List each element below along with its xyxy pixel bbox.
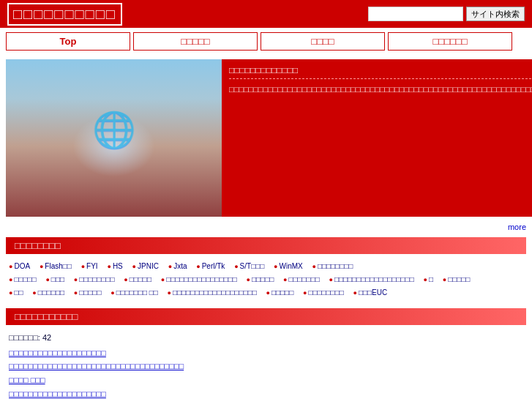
list-item: ●□□□□□□□□□□□□□□□□	[161, 275, 237, 283]
bullet-icon: ●	[132, 263, 136, 270]
link-jpnic[interactable]: JPNIC	[138, 262, 159, 270]
link-21[interactable]: □□□□□□	[38, 288, 64, 297]
link-25[interactable]: □□□□□	[271, 288, 293, 297]
count-value: 42	[42, 333, 51, 342]
bullet-icon: ●	[45, 276, 49, 283]
search-input[interactable]	[368, 7, 463, 21]
bullet-icon: ●	[312, 263, 316, 270]
hero-body: □□□□□□□□□□□□□□□□□□□□□□□□□□□□□□□□□□□□□□□□…	[229, 83, 532, 96]
list-item: ●Flash□□	[40, 262, 72, 270]
link-15[interactable]: □□□□□	[252, 275, 274, 283]
bullet-icon: ●	[353, 289, 357, 297]
recent-content: □□□□□□: 42 □□□□□□□□□□□□□□□□□□□□ □□□□□□□□…	[6, 328, 526, 399]
recent-section: □□□□□□□□□□□ □□□□□□: 42 □□□□□□□□□□□□□□□□□…	[6, 308, 526, 399]
recent-item-2[interactable]: □□□□ □□□	[9, 373, 523, 387]
link-hs[interactable]: HS	[113, 262, 123, 270]
bullet-icon: ●	[234, 263, 238, 270]
link-19[interactable]: □□□□□	[448, 275, 470, 283]
list-item: ●□□□□□□□ □□	[110, 288, 158, 297]
nav-item-top[interactable]: Top	[6, 32, 130, 51]
list-item: ●□□□□□	[9, 275, 37, 283]
link-23[interactable]: □□□□□□□ □□	[116, 288, 158, 297]
link-10[interactable]: □□□□□	[14, 275, 36, 283]
list-item: ●WinMX	[274, 262, 303, 270]
link-27[interactable]: □□□EUC	[359, 288, 387, 297]
list-item: ●□□	[9, 288, 23, 297]
bullet-icon: ●	[247, 276, 250, 283]
nav-item-3[interactable]: □□□□□□	[388, 32, 512, 51]
list-item: ●□□□□□□□	[283, 275, 320, 283]
bullet-icon: ●	[423, 276, 427, 283]
links-section: □□□□□□□□ ●DOA ●Flash□□ ●FYI ●HS ●JPNIC ●…	[6, 237, 526, 302]
link-perltk[interactable]: Perl/Tk	[202, 262, 225, 270]
bullet-icon: ●	[274, 263, 277, 270]
recent-item-1[interactable]: □□□□□□□□□□□□□□□□□□□□□□□□□□□□□□□□□□□□	[9, 359, 523, 373]
bullet-icon: ●	[266, 289, 270, 297]
list-item: ●DOA	[9, 262, 30, 270]
link-winmx[interactable]: WinMX	[279, 262, 302, 270]
bullet-icon: ●	[74, 276, 78, 283]
list-item: ●□	[423, 275, 432, 283]
link-14[interactable]: □□□□□□□□□□□□□□□□	[166, 275, 237, 283]
link-st[interactable]: S/T□□□	[240, 262, 265, 270]
search-button[interactable]: サイト内検索	[466, 7, 525, 21]
site-title: □□□□□□□□□□	[7, 3, 122, 26]
link-flash[interactable]: Flash□□	[45, 262, 72, 270]
hero-text-block: □□□□□□□□□□□□□ □□□□□□□□□□□□□□□□□□□□□□□□□□…	[222, 59, 532, 217]
bullet-icon: ●	[161, 276, 165, 283]
list-item: ●□□□□□	[74, 288, 102, 297]
bullet-icon: ●	[110, 289, 114, 297]
link-fyi[interactable]: FYI	[86, 262, 98, 270]
bullet-icon: ●	[9, 263, 12, 270]
link-17[interactable]: □□□□□□□□□□□□□□□□□□	[334, 275, 414, 283]
link-20[interactable]: □□	[14, 288, 23, 297]
recent-section-header: □□□□□□□□□□□	[6, 308, 526, 325]
link-16[interactable]: □□□□□□□	[288, 275, 319, 283]
link-26[interactable]: □□□□□□□□	[308, 288, 343, 297]
nav-item-2[interactable]: □□□□	[261, 32, 385, 51]
more-link[interactable]: more	[508, 223, 526, 231]
list-item: ●Jxta	[168, 262, 187, 270]
link-11[interactable]: □□□	[51, 275, 64, 283]
list-item: ●JPNIC	[132, 262, 159, 270]
header: □□□□□□□□□□ サイト内検索	[0, 0, 532, 28]
bullet-icon: ●	[329, 276, 333, 283]
bullet-icon: ●	[74, 289, 78, 297]
list-item: ●HS	[107, 262, 122, 270]
recent-item-3[interactable]: □□□□□□□□□□□□□□□□□□□□	[9, 387, 523, 399]
link-22[interactable]: □□□□□	[79, 288, 101, 297]
list-item: ●□□□□□	[443, 275, 471, 283]
list-item: ●□□□EUC	[353, 288, 388, 297]
link-jxta[interactable]: Jxta	[173, 262, 187, 270]
nav: Top □□□□□ □□□□ □□□□□□	[0, 28, 532, 55]
link-24[interactable]: □□□□□□□□□□□□□□□□□□□	[173, 288, 257, 297]
list-item: ●□□□□□□□□	[312, 262, 353, 270]
link-doa[interactable]: DOA	[14, 262, 30, 270]
list-item: ●Perl/Tk	[196, 262, 225, 270]
bullet-icon: ●	[303, 289, 307, 297]
links-section-header: □□□□□□□□	[6, 237, 526, 254]
main-content: □□□□□□□□□□□□□ □□□□□□□□□□□□□□□□□□□□□□□□□□…	[6, 59, 526, 217]
bullet-icon: ●	[283, 276, 287, 283]
bullet-icon: ●	[124, 276, 127, 283]
hero-title: □□□□□□□□□□□□□	[229, 65, 532, 79]
link-9[interactable]: □□□□□□□□	[318, 262, 353, 270]
bullet-icon: ●	[9, 276, 12, 283]
recent-item-0[interactable]: □□□□□□□□□□□□□□□□□□□□	[9, 346, 523, 360]
nav-item-1[interactable]: □□□□□	[133, 32, 258, 51]
list-item: ●□□□□□□□□□□□□□□□□□□	[329, 275, 414, 283]
list-item: ●S/T□□□	[234, 262, 264, 270]
bullet-icon: ●	[168, 263, 172, 270]
link-13[interactable]: □□□□□	[130, 275, 151, 283]
list-item: ●□□□□□	[247, 275, 274, 283]
bullet-icon: ●	[107, 263, 110, 270]
link-18[interactable]: □	[429, 275, 433, 283]
recent-count: □□□□□□: 42	[9, 331, 523, 345]
bullet-icon: ●	[32, 289, 36, 297]
bullet-icon: ●	[168, 289, 171, 297]
list-item: ●□□□□□	[124, 275, 151, 283]
link-12[interactable]: □□□□□□□□	[79, 275, 114, 283]
list-item: ●□□□□□	[266, 288, 294, 297]
hero-image	[6, 59, 222, 217]
list-item: ●FYI	[81, 262, 98, 270]
